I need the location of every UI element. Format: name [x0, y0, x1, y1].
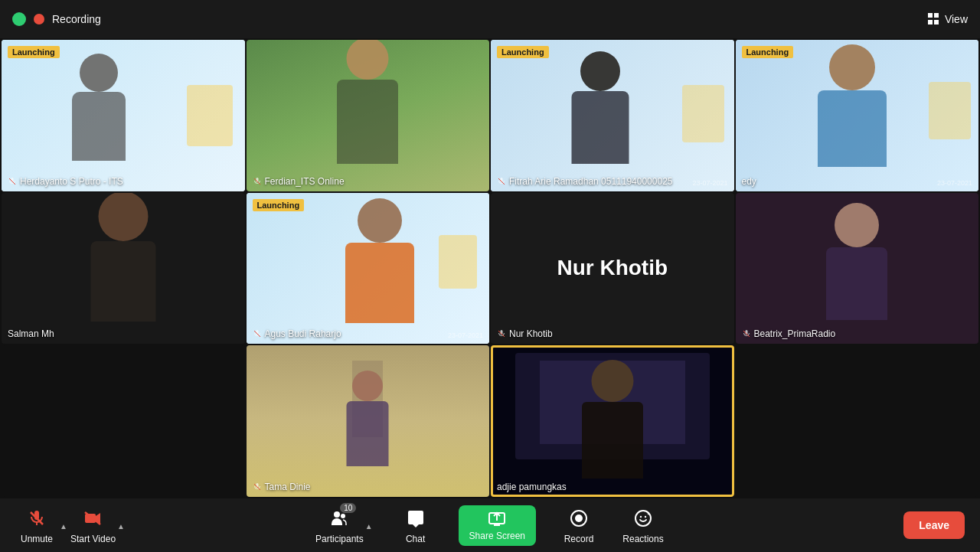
- name-label-salman: Salman Mh: [8, 328, 54, 339]
- launching-badge-herdayanto: Launching: [8, 46, 60, 58]
- chat-icon-wrap: [403, 506, 428, 531]
- video-cell-fitrah: 23-07-2021 Launching Fitrah Arie Ramadha…: [491, 40, 734, 191]
- name-label-nurkhotib: Nur Khotib: [497, 328, 553, 339]
- video-cell-ferdian: Ferdian_ITS Online: [247, 40, 490, 191]
- launching-badge-fitrah: Launching: [497, 46, 549, 58]
- video-cell-empty2: [736, 345, 979, 497]
- svg-point-19: [334, 511, 340, 518]
- share-screen-icon: [488, 510, 506, 528]
- svg-point-20: [341, 514, 345, 518]
- top-bar-left: Recording: [12, 12, 101, 26]
- reactions-icon: [634, 509, 652, 528]
- start-video-arrow[interactable]: ▲: [117, 522, 125, 531]
- name-label-ferdian: Ferdian_ITS Online: [253, 176, 345, 187]
- recording-label: Recording: [52, 13, 101, 25]
- grid-view-icon: [928, 13, 940, 25]
- video-cell-edy: 23-07-2021 Launching edy: [736, 40, 979, 191]
- unmute-button[interactable]: Unmute: [15, 506, 58, 544]
- mic-off-icon-ferdian: [253, 177, 262, 186]
- mic-off-icon-tama: [253, 482, 262, 492]
- video-cell-salman: Salman Mh: [2, 193, 245, 345]
- record-icon-wrap: [567, 506, 591, 531]
- its-card-herdayanto: [2, 40, 245, 191]
- chat-button[interactable]: Chat: [394, 506, 437, 544]
- chat-icon: [407, 509, 425, 528]
- name-label-edy: edy: [742, 176, 756, 187]
- toolbar-right: Leave: [903, 511, 965, 539]
- mic-off-icon-agus: [253, 329, 262, 338]
- name-label-tama: Tama Dinie: [253, 482, 311, 492]
- unmute-group: Unmute ▲: [15, 506, 67, 544]
- its-card-edy: 23-07-2021: [736, 40, 979, 191]
- video-cell-tama: Tama Dinie: [247, 345, 490, 497]
- unmute-icon-wrap: [24, 506, 49, 531]
- green-status-dot: [12, 12, 26, 26]
- start-video-group: Start Video ▲: [70, 506, 125, 544]
- svg-point-27: [640, 516, 642, 518]
- video-cell-beatrix: Beatrix_PrimaRadio: [736, 193, 979, 345]
- name-label-beatrix: Beatrix_PrimaRadio: [742, 328, 836, 339]
- name-label-fitrah: Fitrah Arie Ramadhan 05111940000025: [497, 176, 673, 187]
- participants-button[interactable]: 10 Participants: [315, 506, 364, 544]
- record-icon: [570, 509, 588, 528]
- launching-badge-edy: Launching: [742, 46, 794, 58]
- reactions-button[interactable]: Reactions: [622, 506, 665, 544]
- leave-button[interactable]: Leave: [903, 511, 965, 539]
- svg-point-25: [575, 514, 583, 522]
- its-card-agus: 23-07-2021: [247, 193, 490, 345]
- recording-dot: [34, 14, 44, 24]
- mic-off-icon-beatrix: [742, 329, 751, 338]
- mic-off-icon-nurkhotib: [497, 329, 506, 338]
- top-bar: Recording View: [0, 0, 980, 38]
- start-video-button[interactable]: Start Video: [70, 506, 116, 544]
- launching-badge-agus: Launching: [253, 199, 305, 211]
- name-label-adjie: adjie pamungkas: [497, 482, 567, 492]
- video-cell-nurkhotib: Nur Khotib Nur Khotib: [491, 193, 734, 345]
- video-off-icon: [83, 509, 102, 528]
- participants-group: 10 Participants ▲: [315, 506, 373, 544]
- video-cell-herdayanto: Launching Herdayanto S Putro - ITS: [2, 40, 245, 191]
- top-bar-right: View: [928, 13, 968, 25]
- video-cell-agus: 23-07-2021 Launching Agus Budi Raharjo: [247, 193, 490, 345]
- video-cell-adjie: adjie pamungkas: [491, 345, 734, 497]
- reactions-icon-wrap: [631, 506, 655, 531]
- its-card-fitrah: 23-07-2021: [491, 40, 734, 191]
- toolbar-left: Unmute ▲ Start Video ▲: [15, 506, 125, 544]
- name-label-herdayanto: Herdayanto S Putro - ITS: [8, 176, 123, 187]
- svg-point-28: [645, 516, 646, 518]
- mic-off-icon-herdayanto: [8, 177, 17, 186]
- share-screen-button[interactable]: Share Screen: [459, 505, 536, 546]
- view-label: View: [945, 13, 968, 25]
- participants-count-badge: 10: [340, 503, 356, 513]
- participants-arrow[interactable]: ▲: [365, 522, 373, 531]
- video-cell-empty1: [2, 345, 245, 497]
- participants-icon-wrap: 10: [327, 506, 351, 531]
- mic-off-icon-fitrah: [497, 177, 506, 186]
- video-icon-wrap: [80, 506, 105, 531]
- nur-khotib-display-text: Nur Khotib: [557, 256, 668, 280]
- unmute-arrow[interactable]: ▲: [60, 522, 67, 531]
- name-label-agus: Agus Budi Raharjo: [253, 328, 341, 339]
- toolbar-center: 10 Participants ▲ Chat Share Scre: [315, 505, 665, 546]
- mic-icon: [28, 509, 46, 528]
- bottom-toolbar: Unmute ▲ Start Video ▲: [0, 498, 980, 552]
- video-grid: Launching Herdayanto S Putro - ITS Ferdi…: [0, 38, 980, 498]
- record-button[interactable]: Record: [557, 506, 600, 544]
